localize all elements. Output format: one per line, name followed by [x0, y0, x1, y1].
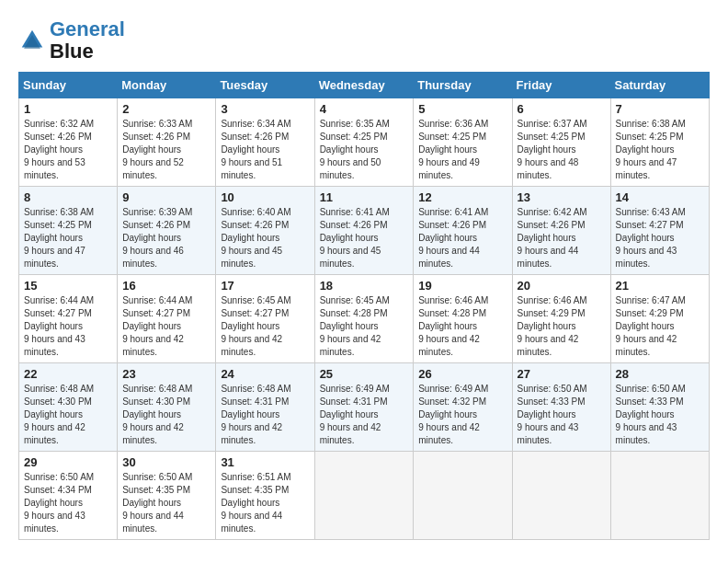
calendar-cell: 25 Sunrise: 6:49 AM Sunset: 4:31 PM Dayl…	[314, 363, 414, 452]
day-number: 19	[418, 279, 506, 293]
weekday-sunday: Sunday	[19, 73, 118, 98]
day-info: Sunrise: 6:47 AM Sunset: 4:29 PM Dayligh…	[616, 294, 704, 359]
day-info: Sunrise: 6:32 AM Sunset: 4:26 PM Dayligh…	[24, 118, 112, 182]
day-info: Sunrise: 6:40 AM Sunset: 4:26 PM Dayligh…	[221, 206, 309, 270]
weekday-saturday: Saturday	[610, 73, 709, 98]
page-header: General Blue	[18, 18, 710, 63]
calendar-table: SundayMondayTuesdayWednesdayThursdayFrid…	[18, 72, 710, 540]
weekday-monday: Monday	[118, 73, 216, 98]
day-number: 30	[122, 455, 210, 469]
day-number: 24	[221, 367, 309, 381]
calendar-cell: 24 Sunrise: 6:48 AM Sunset: 4:31 PM Dayl…	[216, 363, 314, 452]
day-info: Sunrise: 6:44 AM Sunset: 4:27 PM Dayligh…	[24, 294, 112, 359]
calendar-cell: 2 Sunrise: 6:33 AM Sunset: 4:26 PM Dayli…	[118, 98, 216, 187]
calendar-cell: 8 Sunrise: 6:38 AM Sunset: 4:25 PM Dayli…	[19, 187, 118, 275]
calendar-cell	[314, 452, 414, 540]
day-info: Sunrise: 6:33 AM Sunset: 4:26 PM Dayligh…	[122, 118, 210, 182]
calendar-cell: 10 Sunrise: 6:40 AM Sunset: 4:26 PM Dayl…	[216, 187, 314, 275]
calendar-cell	[414, 452, 512, 540]
day-info: Sunrise: 6:50 AM Sunset: 4:35 PM Dayligh…	[122, 471, 210, 535]
day-number: 3	[221, 102, 309, 116]
calendar-cell: 18 Sunrise: 6:45 AM Sunset: 4:28 PM Dayl…	[314, 275, 414, 363]
day-info: Sunrise: 6:43 AM Sunset: 4:27 PM Dayligh…	[616, 206, 704, 270]
calendar-week-2: 8 Sunrise: 6:38 AM Sunset: 4:25 PM Dayli…	[19, 187, 710, 275]
calendar-week-5: 29 Sunrise: 6:50 AM Sunset: 4:34 PM Dayl…	[19, 452, 710, 540]
calendar-cell: 4 Sunrise: 6:35 AM Sunset: 4:25 PM Dayli…	[314, 98, 414, 187]
calendar-cell: 21 Sunrise: 6:47 AM Sunset: 4:29 PM Dayl…	[610, 275, 709, 363]
day-info: Sunrise: 6:41 AM Sunset: 4:26 PM Dayligh…	[418, 206, 506, 270]
day-number: 21	[616, 279, 704, 293]
weekday-wednesday: Wednesday	[314, 73, 414, 98]
day-number: 13	[518, 190, 606, 204]
calendar-cell: 3 Sunrise: 6:34 AM Sunset: 4:26 PM Dayli…	[216, 98, 314, 187]
calendar-cell	[512, 452, 610, 540]
day-number: 31	[221, 455, 309, 469]
day-number: 6	[518, 102, 606, 116]
calendar-body: 1 Sunrise: 6:32 AM Sunset: 4:26 PM Dayli…	[19, 98, 710, 540]
day-info: Sunrise: 6:44 AM Sunset: 4:27 PM Dayligh…	[122, 294, 210, 359]
day-number: 23	[122, 367, 210, 381]
calendar-cell: 23 Sunrise: 6:48 AM Sunset: 4:30 PM Dayl…	[118, 363, 216, 452]
day-number: 4	[320, 102, 409, 116]
day-number: 11	[320, 190, 409, 204]
day-info: Sunrise: 6:38 AM Sunset: 4:25 PM Dayligh…	[616, 118, 704, 182]
day-number: 12	[418, 190, 506, 204]
day-info: Sunrise: 6:38 AM Sunset: 4:25 PM Dayligh…	[24, 206, 112, 270]
day-info: Sunrise: 6:46 AM Sunset: 4:29 PM Dayligh…	[518, 294, 606, 359]
day-number: 9	[122, 190, 210, 204]
day-number: 14	[616, 190, 704, 204]
calendar-cell: 7 Sunrise: 6:38 AM Sunset: 4:25 PM Dayli…	[610, 98, 709, 187]
logo: General Blue	[18, 18, 125, 63]
day-info: Sunrise: 6:35 AM Sunset: 4:25 PM Dayligh…	[320, 118, 409, 182]
day-number: 15	[24, 279, 112, 293]
day-info: Sunrise: 6:50 AM Sunset: 4:33 PM Dayligh…	[518, 383, 606, 447]
calendar-cell: 29 Sunrise: 6:50 AM Sunset: 4:34 PM Dayl…	[19, 452, 118, 540]
day-info: Sunrise: 6:50 AM Sunset: 4:34 PM Dayligh…	[24, 471, 112, 535]
day-number: 10	[221, 190, 309, 204]
calendar-cell: 15 Sunrise: 6:44 AM Sunset: 4:27 PM Dayl…	[19, 275, 118, 363]
day-number: 5	[418, 102, 506, 116]
calendar-cell: 9 Sunrise: 6:39 AM Sunset: 4:26 PM Dayli…	[118, 187, 216, 275]
calendar-cell: 6 Sunrise: 6:37 AM Sunset: 4:25 PM Dayli…	[512, 98, 610, 187]
calendar-cell: 27 Sunrise: 6:50 AM Sunset: 4:33 PM Dayl…	[512, 363, 610, 452]
day-number: 22	[24, 367, 112, 381]
day-number: 18	[320, 279, 409, 293]
weekday-header-row: SundayMondayTuesdayWednesdayThursdayFrid…	[19, 73, 710, 98]
day-number: 28	[616, 367, 704, 381]
day-info: Sunrise: 6:49 AM Sunset: 4:32 PM Dayligh…	[418, 383, 506, 447]
day-number: 20	[518, 279, 606, 293]
weekday-friday: Friday	[512, 73, 610, 98]
day-info: Sunrise: 6:51 AM Sunset: 4:35 PM Dayligh…	[221, 471, 309, 535]
weekday-tuesday: Tuesday	[216, 73, 314, 98]
day-info: Sunrise: 6:48 AM Sunset: 4:30 PM Dayligh…	[24, 383, 112, 447]
calendar-cell: 14 Sunrise: 6:43 AM Sunset: 4:27 PM Dayl…	[610, 187, 709, 275]
calendar-cell: 17 Sunrise: 6:45 AM Sunset: 4:27 PM Dayl…	[216, 275, 314, 363]
calendar-cell: 26 Sunrise: 6:49 AM Sunset: 4:32 PM Dayl…	[414, 363, 512, 452]
day-number: 29	[24, 455, 112, 469]
calendar-cell: 30 Sunrise: 6:50 AM Sunset: 4:35 PM Dayl…	[118, 452, 216, 540]
calendar-cell: 13 Sunrise: 6:42 AM Sunset: 4:26 PM Dayl…	[512, 187, 610, 275]
calendar-cell	[610, 452, 709, 540]
calendar-week-4: 22 Sunrise: 6:48 AM Sunset: 4:30 PM Dayl…	[19, 363, 710, 452]
day-info: Sunrise: 6:49 AM Sunset: 4:31 PM Dayligh…	[320, 383, 409, 447]
day-info: Sunrise: 6:39 AM Sunset: 4:26 PM Dayligh…	[122, 206, 210, 270]
logo-text: General Blue	[50, 18, 125, 63]
calendar-cell: 5 Sunrise: 6:36 AM Sunset: 4:25 PM Dayli…	[414, 98, 512, 187]
day-info: Sunrise: 6:34 AM Sunset: 4:26 PM Dayligh…	[221, 118, 309, 182]
weekday-thursday: Thursday	[414, 73, 512, 98]
day-number: 25	[320, 367, 409, 381]
calendar-cell: 11 Sunrise: 6:41 AM Sunset: 4:26 PM Dayl…	[314, 187, 414, 275]
day-info: Sunrise: 6:46 AM Sunset: 4:28 PM Dayligh…	[418, 294, 506, 359]
day-number: 17	[221, 279, 309, 293]
day-info: Sunrise: 6:36 AM Sunset: 4:25 PM Dayligh…	[418, 118, 506, 182]
day-info: Sunrise: 6:45 AM Sunset: 4:28 PM Dayligh…	[320, 294, 409, 359]
day-number: 7	[616, 102, 704, 116]
calendar-cell: 31 Sunrise: 6:51 AM Sunset: 4:35 PM Dayl…	[216, 452, 314, 540]
calendar-cell: 16 Sunrise: 6:44 AM Sunset: 4:27 PM Dayl…	[118, 275, 216, 363]
day-info: Sunrise: 6:42 AM Sunset: 4:26 PM Dayligh…	[518, 206, 606, 270]
day-number: 26	[418, 367, 506, 381]
day-number: 27	[518, 367, 606, 381]
day-info: Sunrise: 6:50 AM Sunset: 4:33 PM Dayligh…	[616, 383, 704, 447]
day-info: Sunrise: 6:48 AM Sunset: 4:30 PM Dayligh…	[122, 383, 210, 447]
day-number: 1	[24, 102, 112, 116]
